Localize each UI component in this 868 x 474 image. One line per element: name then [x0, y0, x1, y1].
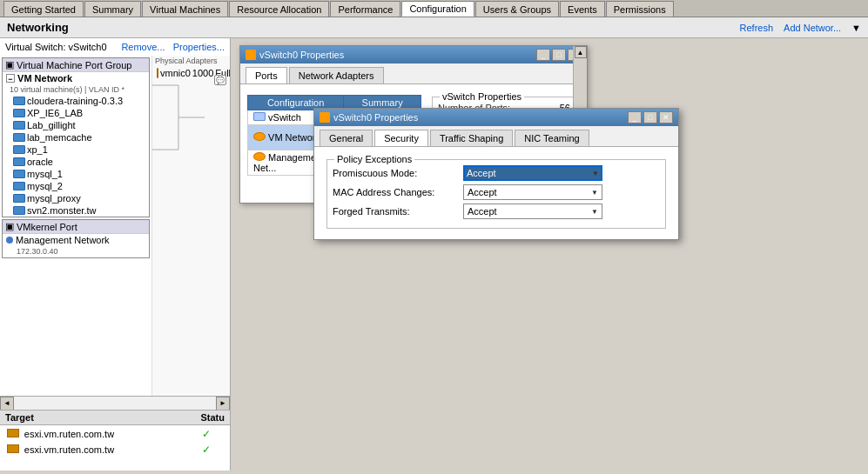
- policy-forged-row: Forged Transmits: Accept ▼: [333, 204, 660, 219]
- port-group-label: Virtual Machine Port Group: [17, 60, 131, 70]
- policy-mac-control: Accept ▼: [463, 184, 660, 200]
- fg-minimize-button[interactable]: _: [628, 111, 642, 124]
- policy-mac-row: MAC Address Changes: Accept ▼: [333, 184, 660, 200]
- status-cell: ✓: [197, 427, 228, 441]
- vmkernel-port-label: VMkernel Port: [17, 222, 77, 232]
- dialog-fg-controls: _ □ ✕: [628, 111, 673, 124]
- properties-link[interactable]: Properties...: [173, 42, 225, 52]
- dtab-traffic-shaping[interactable]: Traffic Shaping: [430, 130, 513, 146]
- vm-icon: [13, 194, 25, 203]
- scroll-left-arrow[interactable]: ◄: [0, 397, 14, 411]
- nic-speed: 1000: [192, 68, 213, 78]
- mgmt-network-row: Management Network: [3, 234, 149, 246]
- vswitch-properties-legend: vSwitch Properties: [440, 91, 524, 102]
- left-panel: Virtual Switch: vSwitch0 Remove... Prope…: [0, 38, 231, 471]
- target-name: esxi.vm.ruten.com.tw: [24, 444, 114, 455]
- policy-forged-control: Accept ▼: [463, 204, 660, 219]
- vmkernel-port-icon: ▣: [5, 221, 14, 232]
- vm-icon: [13, 121, 25, 130]
- target-cell: esxi.vm.ruten.com.tw: [2, 427, 195, 441]
- port-group-icon: ▣: [5, 59, 14, 70]
- network-diagram: ▣ Virtual Machine Port Group − VM Networ…: [0, 56, 230, 396]
- vmkernel-port-group: ▣ VMkernel Port Management Network 172.3…: [2, 219, 150, 258]
- main-content: Virtual Switch: vSwitch0 Remove... Prope…: [0, 38, 868, 471]
- table-row: esxi.vm.ruten.com.tw ✓: [2, 427, 228, 441]
- scroll-up-button[interactable]: ▲: [575, 46, 587, 58]
- dialog-fg-titlebar: vSwitch0 Properties _ □ ✕: [314, 109, 678, 126]
- tab-performance[interactable]: Performance: [330, 1, 400, 17]
- list-item: Lab_gillight: [3, 119, 149, 131]
- dialog-fg-title-row: vSwitch0 Properties: [320, 112, 418, 123]
- add-network-link[interactable]: Add Networ...: [784, 23, 841, 33]
- right-panel: vSwitch0 Properties _ □ ✕ Ports Network …: [231, 38, 868, 471]
- bottom-panel-header: Target Statu: [0, 411, 230, 425]
- target-name: esxi.vm.ruten.com.tw: [24, 429, 114, 439]
- list-item: mysql_proxy: [3, 192, 149, 204]
- header-actions: Refresh Add Networ... ▼: [740, 23, 861, 33]
- dtab-network-adapters[interactable]: Network Adapters: [289, 67, 384, 83]
- remove-link[interactable]: Remove...: [121, 42, 165, 52]
- vm-network-row-icon: [253, 132, 266, 141]
- forged-select-value: Accept: [468, 206, 497, 217]
- scroll-right-arrow[interactable]: ►: [216, 397, 230, 411]
- policy-promiscuous-control: Accept ▼: [463, 165, 660, 181]
- mac-select[interactable]: Accept ▼: [463, 184, 602, 200]
- vlan-label: 10 virtual machine(s) | VLAN ID *: [3, 84, 149, 95]
- dialog-bg-title: vSwitch0 Properties: [259, 50, 344, 60]
- connection-lines: [152, 71, 230, 245]
- dtab-ports[interactable]: Ports: [246, 67, 287, 83]
- tab-permissions[interactable]: Permissions: [606, 1, 674, 17]
- vm-icon: [13, 145, 25, 154]
- tab-virtual-machines[interactable]: Virtual Machines: [142, 1, 228, 17]
- dialog-bg-icon: [246, 50, 256, 60]
- config-vmnetwork-label: VM Network: [268, 132, 320, 143]
- nic-name: vmnic0: [160, 68, 191, 78]
- vmkernel-icon: [6, 237, 13, 244]
- list-item: XP_IE6_LAB: [3, 107, 149, 119]
- dtab-general[interactable]: General: [320, 130, 373, 146]
- dtab-nic-teaming[interactable]: NIC Teaming: [515, 130, 589, 146]
- forged-select[interactable]: Accept ▼: [463, 204, 602, 219]
- dialog-fg-icon: [320, 112, 330, 123]
- dialog-bg-title-row: vSwitch0 Properties: [246, 50, 344, 60]
- adapters-panel: Physical Adapters vmnic0 1000 Full 💬: [151, 56, 230, 396]
- vm-network-name: VM Network: [17, 73, 72, 83]
- tab-events[interactable]: Events: [560, 1, 605, 17]
- tab-summary[interactable]: Summary: [84, 1, 141, 17]
- port-group-header: ▣ Virtual Machine Port Group: [3, 58, 149, 72]
- mgmt-ip: 172.30.0.40: [3, 246, 149, 257]
- vm-network-label: − VM Network: [3, 72, 149, 84]
- refresh-link[interactable]: Refresh: [740, 23, 774, 33]
- fg-maximize-button[interactable]: □: [643, 111, 657, 124]
- policy-forged-label: Forged Transmits:: [333, 206, 463, 217]
- vmkernel-header: ▣ VMkernel Port: [3, 220, 149, 234]
- page-title: Networking: [7, 21, 69, 34]
- dialog-fg-title: vSwitch0 Properties: [333, 112, 418, 123]
- promiscuous-select[interactable]: Accept ▼: [463, 165, 602, 181]
- status-col-header: Statu: [201, 412, 225, 423]
- fg-close-button[interactable]: ✕: [659, 111, 673, 124]
- list-item: oracle: [3, 156, 149, 168]
- target-icon: [7, 444, 19, 453]
- tab-resource-allocation[interactable]: Resource Allocation: [229, 1, 329, 17]
- collapse-icon[interactable]: −: [6, 74, 15, 83]
- vm-icon: [13, 206, 25, 215]
- list-item: lab_memcache: [3, 131, 149, 144]
- dtab-security[interactable]: Security: [374, 130, 428, 146]
- dialog-bg-tabs: Ports Network Adapters: [240, 63, 587, 84]
- tab-bar: Getting Started Summary Virtual Machines…: [0, 0, 868, 17]
- mac-select-value: Accept: [468, 187, 497, 197]
- vswitch-row-icon: [253, 112, 266, 121]
- vswitch-header: Virtual Switch: vSwitch0 Remove... Prope…: [0, 38, 230, 56]
- minimize-button[interactable]: _: [536, 49, 550, 61]
- table-row: esxi.vm.ruten.com.tw ✓: [2, 443, 228, 457]
- tab-getting-started[interactable]: Getting Started: [3, 1, 84, 17]
- list-item: svn2.monster.tw: [3, 204, 149, 217]
- list-item: xp_1: [3, 144, 149, 156]
- tab-users-groups[interactable]: Users & Groups: [475, 1, 559, 17]
- tab-configuration[interactable]: Configuration: [401, 1, 474, 17]
- vm-icon: [13, 170, 25, 178]
- dialog-fg-body: Policy Exceptions Promiscuous Mode: Acce…: [314, 147, 678, 239]
- maximize-button[interactable]: □: [552, 49, 566, 61]
- left-labels: ▣ Virtual Machine Port Group − VM Networ…: [0, 56, 151, 396]
